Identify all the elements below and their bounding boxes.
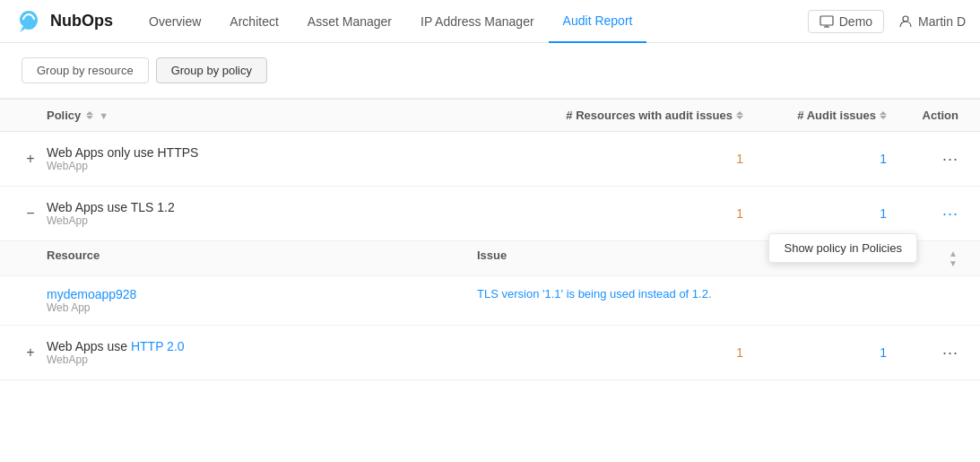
policy-info-3: Web Apps use HTTP 2.0 WebApp	[47, 339, 452, 366]
expand-button-3[interactable]: +	[22, 344, 39, 361]
logo-text: NubOps	[50, 12, 113, 31]
user-button[interactable]: Martin D	[898, 14, 966, 29]
sub-resource: mydemoapp928 Web App	[47, 287, 477, 314]
audit-count-1: 1	[743, 152, 887, 166]
header: NubOps Overview Architect Asset Manager …	[0, 0, 980, 43]
issue-prefix: TLS version '	[477, 287, 544, 301]
user-label: Martin D	[918, 14, 966, 29]
row-main-2: − Web Apps use TLS 1.2 WebApp 1 1 ···	[0, 187, 980, 240]
resources-sort-up-icon	[736, 111, 743, 115]
logo-icon	[14, 7, 43, 36]
policy-sort-up-icon	[86, 111, 93, 115]
expand-button-1[interactable]: +	[22, 151, 39, 167]
resource-link[interactable]: mydemoapp928	[47, 287, 477, 301]
policy-name-1: Web Apps only use HTTPS	[47, 145, 452, 160]
audit-sort-up-icon	[880, 111, 887, 115]
scroll-down-arrow[interactable]: ▼	[949, 258, 958, 268]
col-action-header: Action	[887, 109, 958, 122]
demo-label: Demo	[839, 14, 872, 29]
toolbar: Group by resource Group by policy	[0, 43, 980, 99]
group-by-resource-button[interactable]: Group by resource	[22, 57, 149, 83]
col-resources-header: # Resources with audit issues	[477, 109, 743, 122]
resources-count-1: 1	[452, 152, 743, 166]
policy-filter-icon[interactable]: ▼	[99, 110, 108, 121]
table-row: + Web Apps only use HTTPS WebApp 1 1 ···	[0, 132, 980, 187]
scroll-up-arrow[interactable]: ▲	[949, 248, 958, 258]
demo-icon	[820, 15, 834, 28]
row-main-3: + Web Apps use HTTP 2.0 WebApp 1 1 ···	[0, 326, 980, 379]
tooltip-menu: Show policy in Policies	[768, 233, 917, 263]
svg-rect-0	[820, 16, 833, 25]
action-menu-3[interactable]: ···	[887, 344, 958, 362]
header-right: Demo Martin D	[808, 10, 966, 33]
issue-suffix: ' is being used instead of 1.2.	[561, 287, 712, 301]
group-by-policy-button[interactable]: Group by policy	[156, 57, 267, 83]
demo-button[interactable]: Demo	[808, 10, 884, 33]
nav-asset-manager[interactable]: Asset Manager	[293, 0, 406, 43]
audit-count-2: 1	[743, 206, 887, 221]
audit-count-3: 1	[743, 345, 887, 360]
policy-type-3: WebApp	[47, 353, 452, 366]
nav-ip-address-manager[interactable]: IP Address Manager	[406, 0, 549, 43]
policy-type-2: WebApp	[47, 214, 452, 227]
action-menu-2[interactable]: ···	[887, 205, 958, 223]
table-header: Policy ▼ # Resources with audit issues #…	[0, 99, 980, 132]
resource-type: Web App	[47, 301, 477, 314]
col-audit-header: # Audit issues	[743, 109, 887, 122]
svg-point-3	[903, 16, 908, 22]
policy-sort-down-icon	[86, 116, 93, 119]
user-icon	[898, 14, 913, 29]
action-menu-1[interactable]: ···	[887, 150, 958, 169]
show-policy-menu-item[interactable]: Show policy in Policies	[769, 234, 916, 262]
policy-info-1: Web Apps only use HTTPS WebApp	[47, 145, 452, 172]
sub-issue: TLS version '1.1' is being used instead …	[477, 287, 958, 301]
policy-sort-icons[interactable]	[86, 111, 93, 119]
audit-sort-icons[interactable]	[880, 111, 887, 119]
resources-sort-icons[interactable]	[736, 111, 743, 119]
expand-button-2[interactable]: −	[22, 205, 39, 222]
table-row: + Web Apps use HTTP 2.0 WebApp 1 1 ···	[0, 326, 980, 380]
row-main: + Web Apps only use HTTPS WebApp 1 1 ···	[0, 132, 980, 186]
audit-sort-down-icon	[880, 116, 887, 119]
policy-name-3: Web Apps use HTTP 2.0	[47, 339, 452, 353]
nav-audit-report[interactable]: Audit Report	[549, 0, 647, 43]
main-nav: Overview Architect Asset Manager IP Addr…	[134, 0, 808, 43]
policy-name-2: Web Apps use TLS 1.2	[47, 200, 452, 214]
scrollbar[interactable]: ▲ ▼	[948, 248, 958, 268]
resources-count-3: 1	[452, 345, 743, 360]
resources-count-2: 1	[452, 206, 743, 221]
nav-architect[interactable]: Architect	[215, 0, 292, 43]
logo: NubOps	[14, 7, 113, 36]
resources-sort-down-icon	[736, 116, 743, 119]
policy-name-link: HTTP 2.0	[131, 339, 185, 353]
col-policy-header: Policy ▼	[47, 109, 477, 122]
sub-table-row: mydemoapp928 Web App TLS version '1.1' i…	[0, 276, 980, 325]
sub-col-resource-header: Resource	[47, 248, 477, 268]
nav-overview[interactable]: Overview	[134, 0, 215, 43]
policy-info-2: Web Apps use TLS 1.2 WebApp	[47, 200, 452, 227]
policy-type-1: WebApp	[47, 160, 452, 172]
issue-highlight: 1.1	[544, 287, 560, 301]
